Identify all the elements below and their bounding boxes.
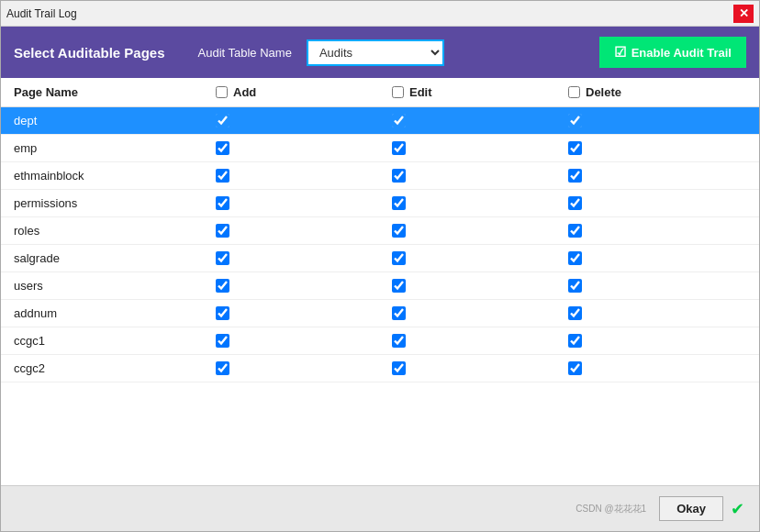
row-edit-cell xyxy=(392,334,568,348)
footer: CSDN @花花花1 Okay ✔ xyxy=(1,485,759,531)
title-bar: Audit Trail Log ✕ xyxy=(1,1,759,27)
select-pages-label: Select Auditable Pages xyxy=(14,45,165,61)
footer-inner: CSDN @花花花1 Okay ✔ xyxy=(576,496,744,521)
row-delete-checkbox[interactable] xyxy=(568,279,582,293)
row-add-checkbox[interactable] xyxy=(216,279,229,293)
row-add-cell xyxy=(216,224,392,238)
col-edit: Edit xyxy=(392,85,568,99)
row-add-checkbox[interactable] xyxy=(216,196,229,210)
okay-checkmark-icon: ✔ xyxy=(731,499,744,519)
row-delete-cell xyxy=(568,361,744,375)
row-delete-cell xyxy=(568,334,744,348)
col-delete: Delete xyxy=(568,85,744,99)
row-page-name: emp xyxy=(14,141,216,155)
row-page-name: permissions xyxy=(14,196,216,210)
table-row[interactable]: permissions xyxy=(1,190,759,217)
table-header: Page Name Add Edit Delete xyxy=(1,78,759,107)
row-add-checkbox[interactable] xyxy=(216,141,229,155)
row-add-cell xyxy=(216,251,392,265)
row-edit-checkbox[interactable] xyxy=(392,251,406,265)
row-edit-checkbox[interactable] xyxy=(392,334,406,348)
table-row[interactable]: users xyxy=(1,272,759,300)
row-delete-checkbox[interactable] xyxy=(568,334,582,348)
row-add-checkbox[interactable] xyxy=(216,251,229,265)
header-bar: Select Auditable Pages Audit Table Name … xyxy=(1,27,759,78)
row-add-checkbox[interactable] xyxy=(216,224,229,238)
row-page-name: dept xyxy=(14,114,216,127)
table-row[interactable]: addnum xyxy=(1,300,759,327)
row-edit-cell xyxy=(392,114,568,127)
table-row[interactable]: dept xyxy=(1,107,759,135)
row-delete-cell xyxy=(568,224,744,238)
okay-button[interactable]: Okay xyxy=(659,496,723,521)
row-delete-cell xyxy=(568,141,744,155)
row-add-cell xyxy=(216,141,392,155)
row-delete-cell xyxy=(568,196,744,210)
row-delete-checkbox[interactable] xyxy=(568,196,582,210)
row-edit-checkbox[interactable] xyxy=(392,279,406,293)
row-add-checkbox[interactable] xyxy=(216,334,229,348)
row-delete-cell xyxy=(568,251,744,265)
watermark: CSDN @花花花1 xyxy=(576,503,646,515)
table-row[interactable]: salgrade xyxy=(1,245,759,272)
row-edit-checkbox[interactable] xyxy=(392,224,406,238)
row-page-name: users xyxy=(14,279,216,293)
row-page-name: roles xyxy=(14,224,216,238)
row-add-cell xyxy=(216,114,392,127)
row-edit-checkbox[interactable] xyxy=(392,169,406,183)
audit-table-label: Audit Table Name xyxy=(198,46,292,60)
row-edit-checkbox[interactable] xyxy=(392,361,406,375)
table-row[interactable]: ccgc2 xyxy=(1,355,759,382)
table-body[interactable]: dept emp ethmainblock xyxy=(1,107,759,485)
row-add-cell xyxy=(216,279,392,293)
row-edit-cell xyxy=(392,141,568,155)
row-delete-checkbox[interactable] xyxy=(568,306,582,320)
row-add-checkbox[interactable] xyxy=(216,361,229,375)
row-edit-cell xyxy=(392,361,568,375)
row-add-checkbox[interactable] xyxy=(216,169,229,183)
row-delete-cell xyxy=(568,306,744,320)
enable-audit-trail-button[interactable]: ☑ Enable Audit Trail xyxy=(599,37,746,68)
row-edit-checkbox[interactable] xyxy=(392,306,406,320)
row-page-name: ethmainblock xyxy=(14,169,216,183)
row-edit-cell xyxy=(392,279,568,293)
row-delete-checkbox[interactable] xyxy=(568,361,582,375)
row-delete-checkbox[interactable] xyxy=(568,169,582,183)
row-edit-cell xyxy=(392,251,568,265)
row-edit-cell xyxy=(392,196,568,210)
row-add-cell xyxy=(216,169,392,183)
audit-table-select[interactable]: Audits xyxy=(307,39,444,66)
row-page-name: salgrade xyxy=(14,251,216,265)
table-row[interactable]: ethmainblock xyxy=(1,162,759,190)
row-delete-cell xyxy=(568,169,744,183)
close-button[interactable]: ✕ xyxy=(733,5,754,23)
row-add-checkbox[interactable] xyxy=(216,306,229,320)
header-edit-checkbox[interactable] xyxy=(392,86,404,98)
row-delete-checkbox[interactable] xyxy=(568,141,582,155)
row-add-cell xyxy=(216,334,392,348)
row-add-checkbox[interactable] xyxy=(216,114,229,127)
row-edit-cell xyxy=(392,224,568,238)
header-add-checkbox[interactable] xyxy=(216,86,228,98)
row-page-name: ccgc2 xyxy=(14,361,216,375)
table-row[interactable]: ccgc1 xyxy=(1,327,759,355)
row-edit-checkbox[interactable] xyxy=(392,114,406,127)
row-edit-checkbox[interactable] xyxy=(392,196,406,210)
row-add-cell xyxy=(216,361,392,375)
table-container: Page Name Add Edit Delete dept xyxy=(1,78,759,485)
row-delete-checkbox[interactable] xyxy=(568,251,582,265)
row-delete-checkbox[interactable] xyxy=(568,224,582,238)
header-delete-checkbox[interactable] xyxy=(568,86,580,98)
row-edit-checkbox[interactable] xyxy=(392,141,406,155)
col-page-name: Page Name xyxy=(14,85,216,99)
enable-btn-label: Enable Audit Trail xyxy=(631,46,732,60)
checkmark-icon: ☑ xyxy=(614,44,626,61)
row-page-name: ccgc1 xyxy=(14,334,216,348)
row-delete-cell xyxy=(568,114,744,127)
table-row[interactable]: roles xyxy=(1,217,759,245)
col-add: Add xyxy=(216,85,392,99)
row-edit-cell xyxy=(392,169,568,183)
row-add-cell xyxy=(216,306,392,320)
row-delete-checkbox[interactable] xyxy=(568,114,582,127)
table-row[interactable]: emp xyxy=(1,135,759,162)
